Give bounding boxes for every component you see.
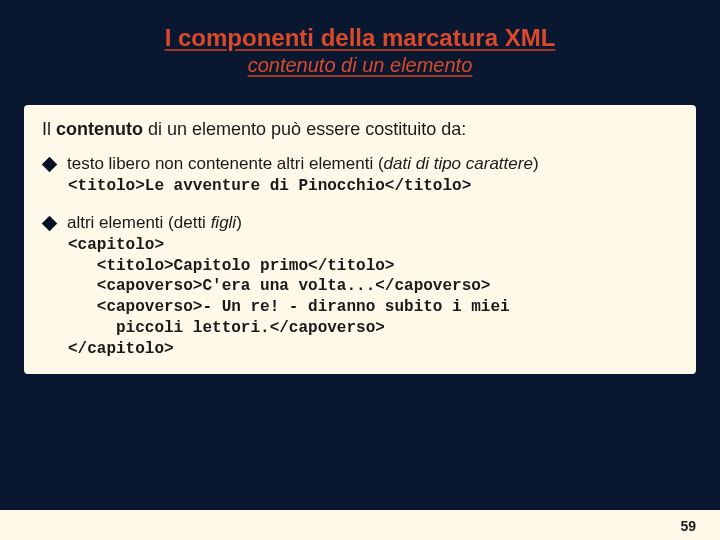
spacer xyxy=(42,197,678,207)
intro-pre: Il xyxy=(42,119,56,139)
code-block: <capitolo> <titolo>Capitolo primo</titol… xyxy=(68,235,678,360)
content-box: Il contenuto di un elemento può essere c… xyxy=(24,105,696,374)
footer-bar: 59 xyxy=(0,510,720,540)
bullet-post: ) xyxy=(533,154,539,173)
slide-title: I componenti della marcatura XML xyxy=(24,24,696,52)
bullet-pre: altri elementi (detti xyxy=(67,213,211,232)
intro-bold: contenuto xyxy=(56,119,143,139)
slide: I componenti della marcatura XML contenu… xyxy=(0,0,720,540)
page-number: 59 xyxy=(680,518,696,534)
bullet-text: testo libero non contenente altri elemen… xyxy=(67,154,539,174)
diamond-icon xyxy=(42,216,58,232)
diamond-icon xyxy=(42,157,58,173)
intro-post: di un elemento può essere costituito da: xyxy=(143,119,466,139)
intro-text: Il contenuto di un elemento può essere c… xyxy=(42,119,678,140)
code-block: <titolo>Le avventure di Pinocchio</titol… xyxy=(68,176,678,197)
list-item: altri elementi (detti figli) xyxy=(42,213,678,233)
bullet-italic: dati di tipo carattere xyxy=(384,154,533,173)
bullet-italic: figli xyxy=(211,213,237,232)
bullet-post: ) xyxy=(236,213,242,232)
bullet-pre: testo libero non contenente altri elemen… xyxy=(67,154,384,173)
bullet-text: altri elementi (detti figli) xyxy=(67,213,242,233)
list-item: testo libero non contenente altri elemen… xyxy=(42,154,678,174)
slide-subtitle: contenuto di un elemento xyxy=(24,54,696,77)
